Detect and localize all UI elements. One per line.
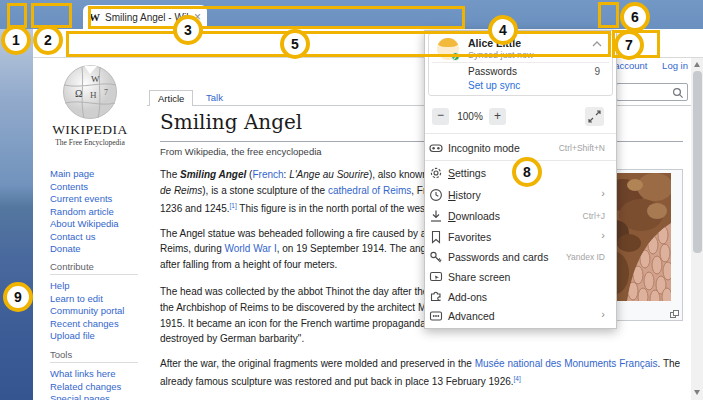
search-icon[interactable] — [672, 87, 684, 99]
tab-article[interactable]: Article — [149, 90, 193, 106]
more-box-icon — [429, 309, 443, 323]
sidebar-link[interactable]: Recent changes — [50, 318, 145, 331]
key-icon — [429, 250, 443, 264]
annotation-box-home — [31, 3, 72, 28]
sidebar-link[interactable]: Main page — [50, 168, 145, 181]
login-link[interactable]: Log in — [662, 60, 688, 71]
annotation-circle-1: 1 — [1, 25, 31, 55]
menu-item-addons[interactable]: Add-ons — [424, 287, 617, 307]
sidebar-link[interactable]: Donate — [50, 243, 145, 256]
annotation-circle-3: 3 — [173, 15, 203, 45]
clock-icon — [429, 188, 443, 202]
sidebar-link[interactable]: Contact us — [50, 231, 145, 244]
bookmark-icon — [429, 230, 443, 244]
zoom-out-button[interactable]: − — [432, 108, 449, 125]
annotation-circle-4: 4 — [488, 15, 518, 45]
sidebar-link[interactable]: Related changes — [50, 381, 145, 394]
yandex-sidebar-panel — [0, 29, 33, 400]
puzzle-icon — [429, 290, 443, 304]
svg-text:Ω: Ω — [75, 88, 82, 99]
sidebar-link[interactable]: Current events — [50, 193, 145, 206]
wiki-link[interactable]: Musée national des Monuments Français — [475, 358, 658, 369]
annotation-circle-2: 2 — [33, 25, 63, 55]
wikipedia-wordmark: WIKIPEDIA — [33, 122, 147, 138]
passwords-row[interactable]: Passwords — [468, 66, 517, 77]
setup-sync-link[interactable]: Set up sync — [468, 80, 520, 91]
reference-link[interactable]: [1] — [230, 202, 237, 209]
menu-item-share-screen[interactable]: Share screen — [424, 267, 617, 287]
reference-link[interactable]: [4] — [514, 375, 521, 382]
svg-text:H: H — [90, 90, 97, 100]
menu-item-passwords-cards[interactable]: Passwords and cards Yandex ID — [424, 247, 617, 267]
sidebar-tools-section: Tools What links hereRelated changesSpec… — [50, 349, 145, 400]
fullscreen-icon[interactable] — [585, 107, 604, 126]
tab-talk[interactable]: Talk — [198, 90, 231, 106]
sidebar-contribute-section: Contribute HelpLearn to editCommunity po… — [50, 261, 145, 343]
sidebar-link[interactable]: Upload file — [50, 330, 145, 343]
download-icon — [429, 209, 443, 223]
wikipedia-globe-icon: Ω W H 7 — [62, 64, 118, 120]
wikipedia-tagline: The Free Encyclopedia — [33, 138, 147, 147]
yandex-id-logo: Yandex ID — [566, 252, 605, 262]
enlarge-icon[interactable] — [670, 310, 679, 318]
zoom-level: 100% — [455, 111, 485, 122]
annotation-circle-5: 5 — [280, 29, 310, 59]
scroll-down-arrow[interactable] — [694, 390, 700, 395]
passwords-count: 9 — [584, 66, 600, 77]
wiki-link[interactable]: French — [252, 169, 283, 180]
svg-text:7: 7 — [104, 88, 108, 97]
sidebar-section-header: Contribute — [50, 261, 145, 272]
scroll-up-arrow[interactable] — [694, 62, 700, 67]
annotation-circle-6: 6 — [620, 2, 650, 32]
shortcut-text: Ctrl+J — [583, 211, 605, 221]
sidebar-link[interactable]: Random article — [50, 206, 145, 219]
shortcut-text: Ctrl+Shift+N — [559, 143, 605, 153]
submenu-arrow-icon: › — [601, 229, 605, 241]
submenu-arrow-icon: › — [601, 308, 605, 320]
wiki-link[interactable]: World War I — [224, 243, 276, 254]
annotation-circle-7: 7 — [614, 30, 644, 60]
sidebar-link[interactable]: Learn to edit — [50, 293, 145, 306]
sidebar-link[interactable]: Community portal — [50, 305, 145, 318]
annotation-circle-8: 8 — [512, 157, 542, 187]
annotation-circle-9: 9 — [3, 282, 33, 312]
gear-icon — [429, 166, 443, 180]
wiki-link[interactable]: cathedral of Reims — [328, 185, 411, 196]
share-screen-icon — [429, 270, 443, 284]
article-paragraph: After the war, the original fragments we… — [160, 356, 683, 390]
sidebar-nav-links: Main pageContentsCurrent eventsRandom ar… — [50, 168, 145, 256]
zoom-in-button[interactable]: + — [489, 108, 506, 125]
menu-item-advanced[interactable]: Advanced › — [424, 306, 617, 326]
menu-item-favorites[interactable]: Favorites › — [424, 227, 617, 247]
submenu-arrow-icon: › — [601, 187, 605, 199]
sidebar-link[interactable]: What links here — [50, 368, 145, 381]
menu-item-downloads[interactable]: Downloads Ctrl+J — [424, 206, 617, 226]
menu-item-history[interactable]: History › — [424, 185, 617, 205]
browser-window: { "colors":{"annotation_accent":"#f0b400… — [0, 0, 703, 400]
sidebar-link[interactable]: Special pages — [50, 393, 145, 400]
scrollbar-thumb[interactable] — [693, 71, 702, 253]
menu-item-incognito[interactable]: Incognito mode Ctrl+Shift+N — [424, 138, 617, 158]
wikipedia-logo[interactable]: Ω W H 7 WIKIPEDIA The Free Encyclopedia — [33, 64, 147, 147]
sidebar-link[interactable]: Help — [50, 280, 145, 293]
sidebar-link[interactable]: About Wikipedia — [50, 218, 145, 231]
svg-text:W: W — [91, 74, 100, 84]
sidebar-link[interactable]: Contents — [50, 181, 145, 194]
annotation-box-menu-button — [598, 2, 619, 28]
incognito-mask-icon — [429, 141, 443, 155]
sidebar-section-header: Tools — [50, 349, 145, 360]
annotation-box-addressbar — [66, 31, 611, 57]
wiki-search-input[interactable] — [616, 83, 688, 101]
annotation-box-tabs — [88, 6, 465, 29]
